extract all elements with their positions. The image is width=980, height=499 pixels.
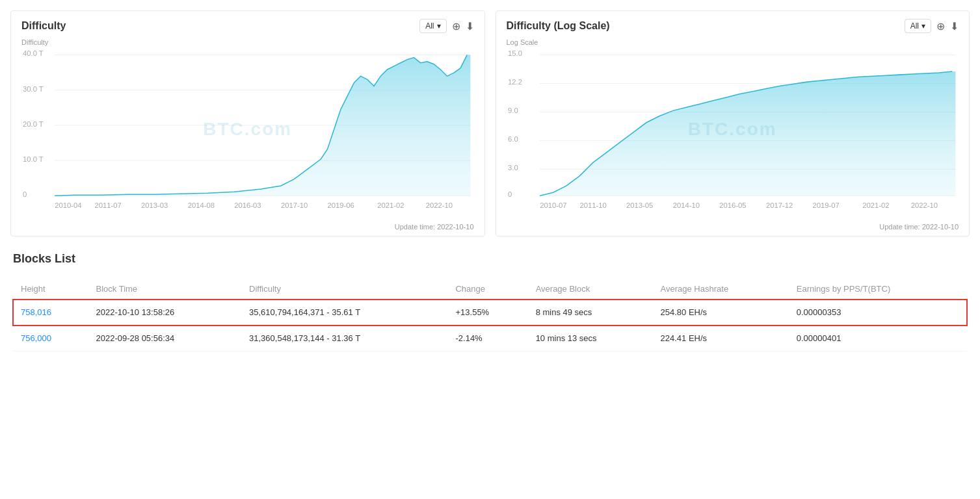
difficulty-log-zoom-icon[interactable]: ⊕ (936, 20, 945, 32)
svg-text:0: 0 (23, 190, 27, 198)
col-block-time: Block Time (88, 279, 242, 300)
svg-text:2021-02: 2021-02 (377, 201, 404, 209)
difficulty-download-icon[interactable]: ⬇ (466, 20, 474, 32)
svg-text:10.0 T: 10.0 T (23, 155, 44, 163)
svg-text:2017-12: 2017-12 (765, 201, 792, 209)
cell-average-block-0: 8 mins 49 secs (528, 300, 653, 326)
svg-text:2010-07: 2010-07 (540, 201, 566, 209)
cell-height-0: 758,016 (13, 300, 88, 326)
svg-text:2013-03: 2013-03 (141, 201, 168, 209)
height-link-1[interactable]: 756,000 (21, 333, 51, 343)
blocks-table: Height Block Time Difficulty Change Aver… (13, 279, 967, 352)
col-average-hashrate: Average Hashrate (653, 279, 789, 300)
svg-text:2021-02: 2021-02 (862, 201, 889, 209)
difficulty-update-time: Update time: 2022-10-10 (21, 223, 474, 231)
difficulty-chart-title: Difficulty (21, 20, 66, 32)
difficulty-time-select[interactable]: All ▾ (419, 19, 446, 33)
cell-earnings-1: 0.00000401 (789, 326, 967, 352)
difficulty-log-svg: 15.0 12.2 9.0 6.0 3.0 0 (507, 38, 959, 220)
difficulty-chart-area: Difficulty BTC.com 40.0 T 30.0 T 20.0 T … (21, 38, 474, 220)
cell-change-1: -2.14% (447, 326, 527, 352)
cell-average-hashrate-1: 224.41 EH/s (653, 326, 789, 352)
cell-change-0: +13.55% (447, 300, 527, 326)
blocks-list-title: Blocks List (13, 252, 967, 266)
difficulty-log-chart-title: Difficulty (Log Scale) (507, 20, 610, 32)
difficulty-y-label: Difficulty (21, 38, 48, 46)
cell-earnings-0: 0.00000353 (789, 300, 967, 326)
svg-text:15.0: 15.0 (508, 49, 522, 57)
svg-text:2016-05: 2016-05 (719, 201, 746, 209)
col-difficulty: Difficulty (241, 279, 447, 300)
charts-row: Difficulty All ▾ ⊕ ⬇ Difficulty BTC.com … (10, 10, 970, 237)
svg-text:2019-07: 2019-07 (812, 201, 839, 209)
svg-text:2010-04: 2010-04 (55, 201, 81, 209)
svg-text:30.0 T: 30.0 T (23, 85, 44, 93)
cell-difficulty-0: 35,610,794,164,371 - 35.61 T (241, 300, 447, 326)
blocks-table-header: Height Block Time Difficulty Change Aver… (13, 279, 967, 300)
difficulty-chart-controls: All ▾ ⊕ ⬇ (419, 19, 473, 33)
svg-text:20.0 T: 20.0 T (23, 120, 44, 128)
difficulty-log-update-time: Update time: 2022-10-10 (507, 223, 959, 231)
col-average-block: Average Block (528, 279, 653, 300)
svg-text:40.0 T: 40.0 T (23, 49, 44, 57)
difficulty-log-chart-controls: All ▾ ⊕ ⬇ (905, 19, 959, 33)
svg-text:2022-10: 2022-10 (426, 201, 453, 209)
difficulty-log-download-icon[interactable]: ⬇ (950, 20, 959, 32)
difficulty-log-chart-header: Difficulty (Log Scale) All ▾ ⊕ ⬇ (507, 19, 959, 33)
difficulty-zoom-icon[interactable]: ⊕ (452, 20, 460, 32)
svg-text:2011-10: 2011-10 (579, 201, 606, 209)
cell-average-block-1: 10 mins 13 secs (528, 326, 653, 352)
svg-text:2019-06: 2019-06 (327, 201, 354, 209)
svg-text:2013-05: 2013-05 (626, 201, 653, 209)
svg-text:3.0: 3.0 (508, 164, 518, 172)
table-row: 758,016 2022-10-10 13:58:26 35,610,794,1… (13, 300, 967, 326)
svg-text:12.2: 12.2 (508, 78, 522, 86)
difficulty-chart-header: Difficulty All ▾ ⊕ ⬇ (21, 19, 474, 33)
difficulty-log-time-select[interactable]: All ▾ (905, 19, 931, 33)
table-row: 756,000 2022-09-28 05:56:34 31,360,548,1… (13, 326, 967, 352)
col-earnings: Earnings by PPS/T(BTC) (789, 279, 967, 300)
svg-text:2014-08: 2014-08 (188, 201, 215, 209)
difficulty-log-y-label: Log Scale (507, 38, 538, 46)
svg-text:9.0: 9.0 (508, 107, 518, 114)
svg-text:2017-10: 2017-10 (281, 201, 308, 209)
difficulty-log-chart-card: Difficulty (Log Scale) All ▾ ⊕ ⬇ Log Sca… (496, 10, 970, 237)
difficulty-chart-card: Difficulty All ▾ ⊕ ⬇ Difficulty BTC.com … (10, 10, 485, 237)
difficulty-svg: 40.0 T 30.0 T 20.0 T 10.0 T 0 (21, 38, 474, 220)
table-header-row: Height Block Time Difficulty Change Aver… (13, 279, 967, 300)
chevron-down-icon: ▾ (437, 21, 441, 31)
blocks-table-body: 758,016 2022-10-10 13:58:26 35,610,794,1… (13, 300, 967, 352)
chevron-down-icon-log: ▾ (921, 21, 925, 31)
svg-text:2022-10: 2022-10 (910, 201, 937, 209)
cell-height-1: 756,000 (13, 326, 88, 352)
difficulty-log-chart-area: Log Scale BTC.com 15.0 12.2 9.0 6.0 3.0 … (507, 38, 959, 220)
svg-text:2014-10: 2014-10 (672, 201, 699, 209)
col-change: Change (447, 279, 527, 300)
height-link-0[interactable]: 758,016 (21, 307, 51, 317)
svg-text:2016-03: 2016-03 (234, 201, 261, 209)
svg-text:6.0: 6.0 (508, 135, 518, 143)
blocks-section: Blocks List Height Block Time Difficulty… (10, 252, 970, 352)
svg-text:2011-07: 2011-07 (95, 201, 122, 209)
cell-difficulty-1: 31,360,548,173,144 - 31.36 T (241, 326, 447, 352)
col-height: Height (13, 279, 88, 300)
cell-block-time-1: 2022-09-28 05:56:34 (88, 326, 242, 352)
svg-text:0: 0 (508, 190, 512, 198)
cell-average-hashrate-0: 254.80 EH/s (653, 300, 789, 326)
cell-block-time-0: 2022-10-10 13:58:26 (88, 300, 242, 326)
